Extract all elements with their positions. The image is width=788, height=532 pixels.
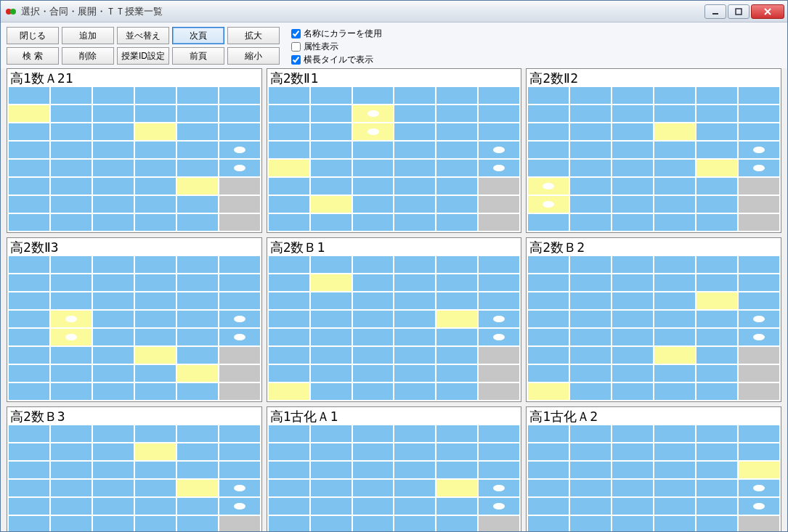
timetable-cell[interactable] (93, 443, 134, 460)
timetable-cell[interactable] (654, 425, 695, 442)
timetable-cell[interactable] (177, 425, 218, 442)
timetable-cell[interactable] (696, 178, 737, 195)
timetable-cell[interactable] (394, 443, 435, 460)
timetable-cell[interactable] (353, 443, 394, 460)
timetable-cell[interactable] (219, 383, 260, 400)
timetable-cell[interactable] (570, 142, 611, 158)
timetable-cell[interactable] (654, 292, 695, 309)
timetable-cell[interactable] (9, 142, 49, 158)
timetable-cell[interactable] (219, 329, 260, 345)
timetable-cell[interactable] (696, 425, 737, 442)
timetable-cell[interactable] (353, 462, 394, 478)
timetable-cell[interactable] (311, 347, 352, 364)
timetable-cell[interactable] (612, 383, 653, 400)
toolbar-button[interactable]: 授業ID設定 (117, 47, 169, 65)
timetable-cell[interactable] (93, 256, 134, 273)
timetable-cell[interactable] (479, 274, 519, 291)
timetable-cell[interactable] (394, 498, 435, 515)
timetable-cell[interactable] (570, 443, 611, 460)
timetable-cell[interactable] (528, 480, 569, 496)
timetable-cell[interactable] (51, 142, 92, 158)
timetable-cell[interactable] (654, 383, 695, 400)
timetable-cell[interactable] (654, 142, 695, 158)
timetable-cell[interactable] (219, 196, 260, 213)
timetable-cell[interactable] (528, 87, 569, 104)
timetable-cell[interactable] (51, 311, 92, 327)
timetable-cell[interactable] (394, 383, 435, 400)
timetable-cell[interactable] (612, 311, 653, 327)
timetable-cell[interactable] (353, 256, 394, 273)
timetable-cell[interactable] (93, 498, 134, 515)
timetable-cell[interactable] (93, 383, 134, 400)
timetable-cell[interactable] (394, 256, 435, 273)
timetable-cell[interactable] (654, 196, 695, 213)
timetable-cell[interactable] (696, 443, 737, 460)
timetable-cell[interactable] (353, 329, 394, 345)
timetable-cell[interactable] (570, 480, 611, 496)
timetable-cell[interactable] (177, 383, 218, 400)
timetable-cell[interactable] (612, 480, 653, 496)
timetable-cell[interactable] (177, 87, 218, 104)
timetable-cell[interactable] (269, 123, 309, 140)
timetable-cell[interactable] (394, 311, 435, 327)
timetable-cell[interactable] (135, 87, 176, 104)
timetable-cell[interactable] (570, 329, 611, 345)
timetable-cell[interactable] (135, 462, 176, 478)
timetable-cell[interactable] (177, 214, 218, 231)
timetable-cell[interactable] (93, 123, 134, 140)
timetable-cell[interactable] (612, 87, 653, 104)
timetable-cell[interactable] (696, 214, 737, 231)
timetable-cell[interactable] (739, 160, 779, 176)
timetable-cell[interactable] (51, 256, 92, 273)
timetable-cell[interactable] (219, 498, 260, 515)
timetable-cell[interactable] (612, 365, 653, 382)
timetable-cell[interactable] (93, 292, 134, 309)
timetable-cell[interactable] (311, 274, 352, 291)
timetable-cell[interactable] (528, 160, 569, 176)
timetable-cell[interactable] (135, 311, 176, 327)
timetable-cell[interactable] (9, 178, 49, 195)
timetable-cell[interactable] (739, 142, 779, 158)
timetable-cell[interactable] (51, 480, 92, 496)
timetable-cell[interactable] (612, 292, 653, 309)
timetable-cell[interactable] (135, 498, 176, 515)
timetable-cell[interactable] (311, 87, 352, 104)
timetable-cell[interactable] (135, 516, 176, 531)
timetable-cell[interactable] (135, 274, 176, 291)
timetable-cell[interactable] (93, 516, 134, 531)
timetable-cell[interactable] (696, 292, 737, 309)
timetable-cell[interactable] (135, 142, 176, 158)
timetable-cell[interactable] (177, 365, 218, 382)
timetable-cell[interactable] (570, 123, 611, 140)
timetable-cell[interactable] (528, 516, 569, 531)
timetable-cell[interactable] (479, 292, 519, 309)
timetable-cell[interactable] (528, 383, 569, 400)
timetable-cell[interactable] (528, 214, 569, 231)
timetable-cell[interactable] (696, 160, 737, 176)
timetable-cell[interactable] (739, 383, 779, 400)
timetable-cell[interactable] (135, 214, 176, 231)
timetable-cell[interactable] (51, 274, 92, 291)
timetable-cell[interactable] (311, 365, 352, 382)
timetable-cell[interactable] (479, 498, 519, 515)
timetable-cell[interactable] (479, 425, 519, 442)
timetable-cell[interactable] (739, 123, 779, 140)
timetable-cell[interactable] (135, 178, 176, 195)
timetable-cell[interactable] (570, 256, 611, 273)
timetable-cell[interactable] (9, 425, 49, 442)
timetable-cell[interactable] (739, 196, 779, 213)
timetable-cell[interactable] (311, 311, 352, 327)
timetable-cell[interactable] (436, 274, 477, 291)
timetable-cell[interactable] (9, 480, 49, 496)
timetable-cell[interactable] (654, 105, 695, 122)
timetable-cell[interactable] (654, 123, 695, 140)
toolbar-button[interactable]: 並べ替え (117, 27, 169, 44)
timetable-cell[interactable] (51, 214, 92, 231)
timetable-cell[interactable] (177, 462, 218, 478)
timetable-cell[interactable] (9, 383, 49, 400)
timetable-cell[interactable] (311, 383, 352, 400)
timetable-cell[interactable] (436, 383, 477, 400)
timetable-cell[interactable] (311, 142, 352, 158)
timetable-cell[interactable] (9, 274, 49, 291)
timetable-cell[interactable] (51, 87, 92, 104)
